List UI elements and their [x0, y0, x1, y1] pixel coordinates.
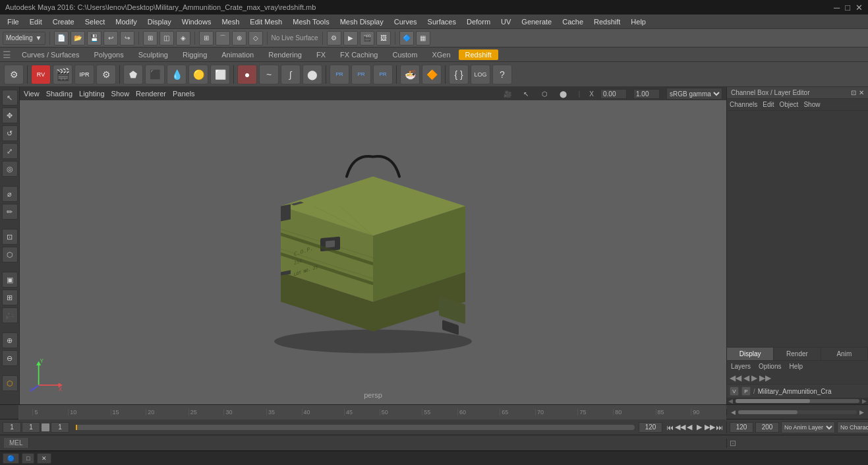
time-slider[interactable]: [76, 425, 635, 430]
shelf-light2-btn[interactable]: ~: [259, 65, 279, 84]
mel-input-field[interactable]: [33, 437, 722, 449]
shelf-log-btn[interactable]: LOG: [471, 65, 490, 84]
snap-surface-btn[interactable]: ◇: [248, 31, 263, 46]
minimize-button[interactable]: ─: [834, 3, 840, 13]
layer-arr3[interactable]: ▶: [751, 373, 757, 383]
menu-select[interactable]: Select: [80, 16, 110, 27]
save-scene-btn[interactable]: 💾: [87, 31, 101, 46]
menu-windows[interactable]: Windows: [177, 16, 216, 27]
select-tool-btn[interactable]: ↖: [2, 90, 18, 106]
frame3-input[interactable]: [51, 422, 69, 433]
go-end-btn[interactable]: ⏭: [714, 423, 724, 431]
undo-btn[interactable]: ↩: [103, 31, 118, 46]
soft-select-btn[interactable]: ⌀: [2, 186, 18, 202]
camera-btn[interactable]: 🎥: [2, 307, 18, 323]
snap-grid-btn[interactable]: ⊞: [199, 31, 214, 46]
tab-settings-icon[interactable]: ☰: [3, 49, 11, 60]
cb-tab-object[interactable]: Object: [780, 101, 799, 108]
vp-menu-lighting[interactable]: Lighting: [79, 90, 105, 98]
tab-sculpting[interactable]: Sculpting: [132, 49, 175, 60]
layer-p-btn[interactable]: P: [741, 387, 751, 396]
shelf-mat3-btn[interactable]: 💧: [167, 65, 187, 84]
workspace-dropdown[interactable]: Modeling ▼: [3, 32, 45, 45]
menu-deform[interactable]: Deform: [462, 16, 495, 27]
shelf-geo1-btn[interactable]: 🍜: [400, 65, 420, 84]
transform-tool-btn[interactable]: ✥: [2, 108, 18, 123]
vp-gamma-select[interactable]: sRGB gamma: [666, 88, 722, 100]
menu-mesh[interactable]: Mesh: [217, 16, 244, 27]
snap-together-btn[interactable]: ⊡: [2, 229, 18, 245]
menu-cache[interactable]: Cache: [558, 16, 588, 27]
close-button[interactable]: ✕: [855, 3, 863, 13]
menu-display[interactable]: Display: [143, 16, 176, 27]
panel-close-btn[interactable]: ✕: [859, 89, 864, 96]
vp-y-input[interactable]: [633, 89, 660, 99]
shelf-settings2-btn[interactable]: ⚙: [96, 65, 116, 84]
vp-wireframe-btn[interactable]: ⬡: [538, 88, 550, 100]
layer-v-btn[interactable]: V: [730, 387, 739, 396]
rotate-tool-btn[interactable]: ↺: [2, 125, 18, 141]
step-back-btn[interactable]: ◀◀: [675, 423, 684, 431]
tab-custom[interactable]: Custom: [386, 49, 424, 60]
layer-arr4[interactable]: ▶▶: [759, 373, 771, 383]
show-manip-btn[interactable]: ⬡: [2, 247, 18, 263]
menu-create[interactable]: Create: [48, 16, 79, 27]
menu-edit-mesh[interactable]: Edit Mesh: [245, 16, 287, 27]
uv-editor-btn[interactable]: ▦: [416, 31, 430, 46]
nav-icon-btn[interactable]: ⬡: [2, 375, 18, 391]
tab-fx-caching[interactable]: FX Caching: [333, 49, 384, 60]
scroll-thumb[interactable]: [736, 399, 810, 403]
task-close1[interactable]: ✕: [37, 453, 51, 464]
shelf-help-btn[interactable]: ?: [492, 65, 512, 84]
tab-options[interactable]: Options: [755, 361, 785, 372]
menu-modify[interactable]: Modify: [111, 16, 141, 27]
task-window1[interactable]: □: [22, 453, 34, 464]
vp-smooth-btn[interactable]: ⬤: [557, 88, 569, 100]
cb-tab-channels[interactable]: Channels: [730, 101, 757, 108]
menu-redshift[interactable]: Redshift: [589, 16, 625, 27]
tab-animation[interactable]: Animation: [215, 49, 260, 60]
shelf-settings-btn[interactable]: ⚙: [4, 65, 24, 84]
layer-arr1[interactable]: ◀◀: [730, 373, 741, 383]
shelf-mat2-btn[interactable]: ⬛: [145, 65, 165, 84]
region-btn[interactable]: ▣: [2, 272, 18, 288]
redo-btn[interactable]: ↪: [120, 31, 134, 46]
shelf-pr1-btn[interactable]: PR: [330, 65, 349, 84]
tab-rigging[interactable]: Rigging: [176, 49, 214, 60]
end-frame-input[interactable]: [639, 422, 662, 433]
shelf-pr3-btn[interactable]: PR: [373, 65, 393, 84]
menu-file[interactable]: File: [3, 16, 24, 27]
vp-menu-shading[interactable]: Shading: [46, 90, 72, 98]
frame2-input[interactable]: [22, 422, 40, 433]
viewport[interactable]: View Shading Lighting Show Renderer Pane…: [20, 87, 726, 404]
ipr-btn[interactable]: 🎬: [360, 31, 374, 46]
menu-edit[interactable]: Edit: [25, 16, 47, 27]
layer-name[interactable]: Military_Ammunition_Cra: [758, 388, 865, 395]
tool1-btn[interactable]: ⊕: [2, 332, 18, 348]
grid-btn[interactable]: ⊞: [2, 290, 18, 305]
vp-menu-panels[interactable]: Panels: [173, 90, 195, 98]
new-scene-btn[interactable]: 📄: [54, 31, 69, 46]
go-start-btn[interactable]: ⏮: [665, 423, 674, 431]
menu-uv[interactable]: UV: [496, 16, 515, 27]
vp-select-btn[interactable]: ↖: [520, 88, 532, 100]
tab-xgen[interactable]: XGen: [425, 49, 457, 60]
shelf-curve-btn[interactable]: ∫: [281, 65, 301, 84]
shelf-geo2-btn[interactable]: 🔶: [422, 65, 442, 84]
tab-rendering[interactable]: Rendering: [262, 49, 308, 60]
cb-tab-edit[interactable]: Edit: [763, 101, 774, 108]
menu-help[interactable]: Help: [626, 16, 651, 27]
anim-start-input[interactable]: [730, 422, 753, 433]
shelf-mat1-btn[interactable]: ⬟: [123, 65, 143, 84]
shelf-mat4-btn[interactable]: 🟡: [188, 65, 208, 84]
render-view-btn[interactable]: 🖼: [376, 31, 391, 46]
anim-end-input[interactable]: [755, 422, 779, 433]
menu-mesh-tools[interactable]: Mesh Tools: [288, 16, 333, 27]
menu-generate[interactable]: Generate: [517, 16, 556, 27]
shelf-mat5-btn[interactable]: ⬜: [210, 65, 230, 84]
scroll-right-btn[interactable]: ▶: [861, 398, 868, 404]
shelf-ipr-btn[interactable]: IPR: [74, 65, 94, 84]
tab-layers[interactable]: Layers: [727, 361, 755, 372]
lasso-select-btn[interactable]: ◫: [159, 31, 174, 46]
shelf-light1-btn[interactable]: ●: [237, 65, 257, 84]
